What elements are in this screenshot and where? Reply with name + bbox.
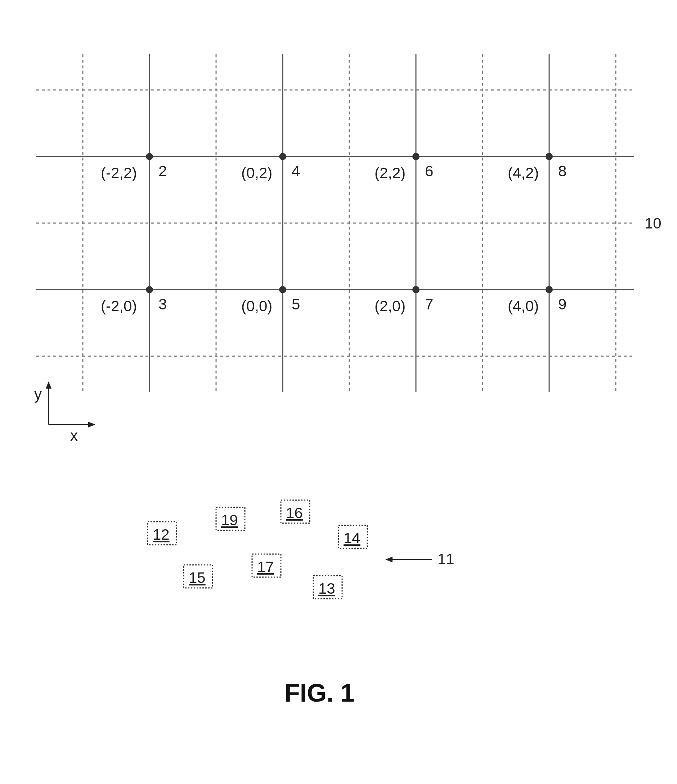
point-2 [146,153,153,160]
point-id-2: 2 [158,163,167,179]
x-axis-arrow [88,422,95,428]
point-id-4: 4 [292,163,300,179]
coord-label-3: (-2,0) [101,297,137,314]
point-5 [279,286,286,293]
cluster-reference-arrow: 11 [385,551,454,568]
figure-title: FIG. 1 [284,679,354,707]
cluster-reference-11: 11 [438,551,454,568]
point-9 [546,286,553,293]
coord-label-5: (0,0) [241,297,272,314]
points-group: (-2,2) 2 (0,2) 4 (2,2) 6 (4,2) 8 (-2,0) … [101,153,566,314]
point-id-3: 3 [158,296,167,313]
point-7 [412,286,420,293]
point-8 [546,153,553,160]
cluster-label-13: 13 [318,580,335,597]
coord-label-4: (0,2) [241,165,272,181]
cluster-group: 12 19 16 14 15 17 13 [148,500,367,599]
coord-label-2: (-2,2) [101,165,137,181]
point-4 [279,153,286,160]
point-id-8: 8 [558,163,566,179]
cluster-label-12: 12 [153,526,170,543]
point-3 [146,286,153,293]
point-id-5: 5 [292,296,300,313]
coordinate-grid [36,54,634,392]
coord-label-6: (2,2) [374,165,406,181]
point-id-6: 6 [425,163,433,179]
arrow-head-11 [385,557,393,562]
cluster-label-15: 15 [189,569,206,586]
y-axis-label: y [34,386,42,403]
cluster-label-19: 19 [221,512,238,529]
cluster-label-17: 17 [257,558,274,575]
cluster-label-14: 14 [343,530,360,546]
point-6 [412,153,420,160]
grid-reference-10: 10 [644,215,661,232]
x-axis-label: x [70,427,78,444]
point-id-7: 7 [425,296,433,313]
coord-label-9: (4,0) [508,297,539,314]
coord-label-7: (2,0) [374,297,406,314]
axes-indicator: y x [34,381,95,444]
coord-label-8: (4,2) [508,165,539,181]
y-axis-arrow [46,381,51,389]
figure-1: (-2,2) 2 (0,2) 4 (2,2) 6 (4,2) 8 (-2,0) … [0,0,677,784]
point-id-9: 9 [558,296,566,313]
cluster-label-16: 16 [286,504,303,521]
